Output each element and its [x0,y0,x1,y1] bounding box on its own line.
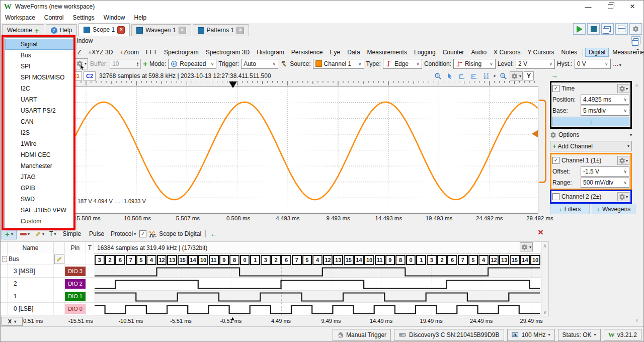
channel2-checkbox[interactable] [552,193,559,200]
scope-plot[interactable] [75,81,538,214]
version-button[interactable]: W v3.21.2 [604,329,641,341]
time-checkbox[interactable]: ✓ [552,85,559,92]
view-tab[interactable]: X Cursors [490,48,524,57]
run-all-button[interactable] [573,23,586,35]
close-button[interactable]: × [621,1,643,13]
buffer-spinner[interactable]: 10 ▴▾ [110,59,141,69]
name-column-header[interactable]: Name [8,242,54,253]
digital-trigger-button[interactable]: T▾ [48,230,57,237]
digital-add-button[interactable]: +▾ [2,229,17,239]
scroll-up-icon[interactable]: ∧ [543,243,546,248]
channel1-settings-button[interactable]: ▾ [617,156,629,165]
trigger-position-marker[interactable]: ▲ [230,315,235,321]
context-menu-item[interactable]: JTAG [5,172,74,183]
dio3-badge[interactable]: DIO 3 [65,267,86,276]
device-button[interactable]: Discovery3 C SN:210415B99D9B [394,329,504,341]
digital-edit-button[interactable]: ▾ [33,231,46,237]
menubar-item[interactable]: Help [130,14,151,21]
manual-trigger-button[interactable]: Manual Trigger [333,329,391,341]
tab-wavegen[interactable]: Wavegen 1 × [131,24,191,36]
view-tab[interactable]: Persistence [288,48,327,57]
context-menu-item[interactable]: USART PS/2 [5,105,74,116]
more-options-button[interactable]: …▾ [613,60,621,67]
context-menu-item[interactable]: SWD [5,194,74,205]
options-row[interactable]: Options ▾ [550,130,632,140]
view-tab[interactable]: Eye [327,48,344,57]
source-select[interactable]: Channel 1 ∨ [313,59,364,69]
x-cursor-tool-button[interactable] [456,71,467,80]
digital-remove-button[interactable]: ▾ [19,232,31,236]
view-tab[interactable]: FFT [142,48,160,57]
y-autoscale-button[interactable]: Y [524,71,534,80]
pulse-trigger-button[interactable]: Pulse [86,229,107,238]
minimize-button[interactable]: — [577,1,599,13]
view-tab[interactable]: +XYZ 3D [85,48,116,57]
tab-welcome[interactable]: Welcome + [2,24,44,36]
digital-x-axis-button[interactable]: X ▾ [2,317,23,326]
spin-down-icon[interactable]: ▾ [137,64,139,66]
plot-settings-button[interactable]: ▾ [510,71,523,80]
trigger-select[interactable]: Auto ∨ [241,59,278,69]
tab-patterns[interactable]: Patterns 1 × [193,24,250,36]
digital-scrollbar[interactable]: ∧ ∨ [541,241,549,316]
channel1-checkbox[interactable]: ✓ [552,157,559,164]
panel-expand-right-button[interactable]: → [551,72,558,79]
simple-trigger-button[interactable]: Simple [59,229,84,238]
window-restore-button[interactable] [631,36,640,44]
menubar-item[interactable]: Settings [68,14,99,21]
view-tab[interactable]: Spectrogram 3D [202,48,253,57]
view-tab[interactable]: +Zoom [116,48,142,57]
y-cursor-tool-button[interactable] [468,71,479,80]
view-tab-digital[interactable]: Digital [585,48,609,57]
digital-signal-row[interactable]: 3 [MSB] DIO 3 [1,265,94,278]
context-menu-item[interactable]: I2S [5,127,74,138]
context-menu-item[interactable]: Manchester [5,160,74,172]
time-settings-button[interactable]: ▾ [617,84,629,93]
status-button[interactable]: Status: OK ▾ [558,329,601,341]
bus-edit-button[interactable] [54,254,64,264]
view-tab[interactable]: Logging [411,48,439,57]
scope-window-menu-fragment[interactable]: indow [77,37,93,44]
condition-select[interactable]: Rising ∨ [453,59,496,69]
tab-wavegen-close-icon[interactable]: × [179,27,186,34]
mode-select[interactable]: Repeated ∨ [168,59,216,69]
context-menu-item[interactable]: SPI [5,61,74,72]
view-tab[interactable]: Counter [439,48,468,57]
base-select[interactable]: 5 ms/div∨ [581,106,629,116]
scroll-down-icon[interactable]: ∨ [543,309,546,315]
cascade-windows-button[interactable] [601,23,614,35]
context-menu-item[interactable]: UART [5,94,74,105]
pointer-tool-button[interactable] [444,71,455,80]
dio1-badge[interactable]: DIO 1 [65,292,86,301]
context-menu-item[interactable]: SAE J1850 VPW [5,205,74,216]
channel2-chip[interactable]: C2 [84,71,96,81]
digital-signal-row[interactable]: 1 DIO 1 [1,290,94,303]
view-tab[interactable]: Histogram [253,48,288,57]
channel1-offset-marker[interactable] [532,130,538,138]
add-instrument-icon[interactable]: + [35,27,39,34]
protocol-trigger-button[interactable]: Protocol▾ [109,230,137,237]
add-channel-button[interactable]: + Add Channel ▾ [550,141,632,151]
context-menu-item[interactable]: Custom [5,216,74,227]
chevron-down-icon[interactable]: ▾ [494,74,496,78]
undo-arrow-button[interactable]: ← [210,229,218,238]
context-menu-item[interactable]: GPIB [5,183,74,194]
menubar-item[interactable]: Window [99,14,130,21]
menubar-item[interactable]: Workspace [1,14,40,21]
digital-settings-button[interactable]: ▾ [520,242,533,251]
offset-select[interactable]: -1.5 V∨ [581,166,629,177]
context-menu-item[interactable]: Signal [5,39,74,50]
digital-close-button[interactable]: × [538,227,543,238]
panel-minimize-glyph[interactable]: - [636,45,639,53]
wavegens-button[interactable]: ↓ Wavegens [592,204,635,214]
dio2-badge[interactable]: DIO 2 [65,279,86,289]
tab-scope[interactable]: Scope 1 × [78,23,130,36]
app-settings-button[interactable] [629,23,642,35]
hysteresis-select[interactable]: 0 V ∨ [575,59,611,69]
filters-button[interactable]: ↓ Filters [550,204,590,214]
zoom-fit-button[interactable]: 1 [432,71,443,80]
channels-layout-button[interactable]: 1 23 4 [480,71,492,80]
tile-windows-button[interactable] [615,23,628,35]
trigger-tool-icon[interactable] [280,60,288,67]
context-menu-item[interactable]: Bus [5,50,74,61]
